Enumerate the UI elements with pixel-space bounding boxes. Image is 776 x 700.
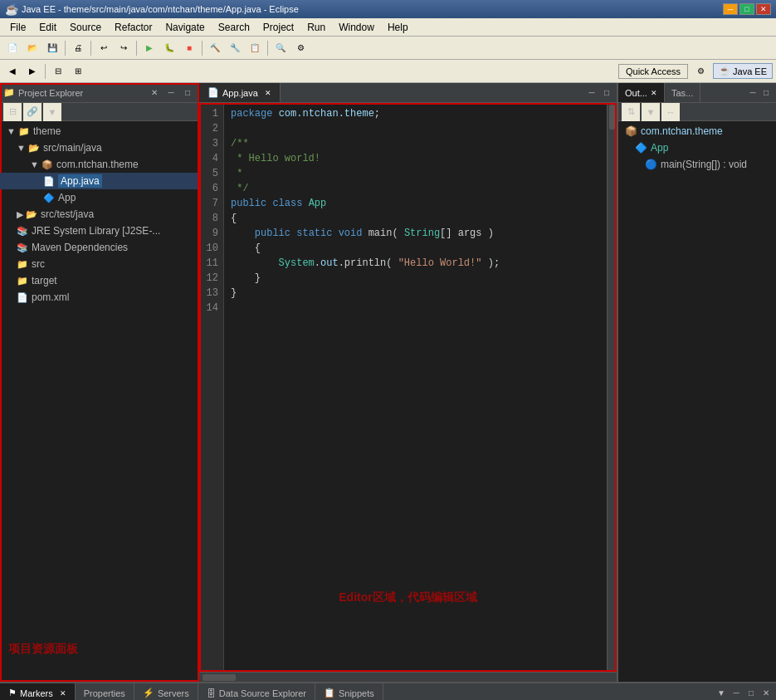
menu-source[interactable]: Source (63, 18, 108, 36)
project-explorer-max-btn[interactable]: □ (181, 86, 194, 100)
tasks-tab[interactable]: Tas... (665, 83, 700, 102)
pe-collapse-btn[interactable]: ⊟ (3, 103, 22, 121)
outline-sort-btn[interactable]: ⇅ (622, 103, 640, 121)
toolbar2-fwd-btn[interactable]: ▶ (23, 62, 41, 81)
outline-min-btn[interactable]: ─ (746, 86, 759, 100)
toolbar-run-btn[interactable]: ▶ (140, 39, 159, 57)
editor-tab-close-icon[interactable]: ✕ (265, 89, 271, 97)
bottom-close-btn[interactable]: ✕ (759, 687, 773, 700)
toolbar-misc3[interactable]: 📋 (246, 39, 264, 57)
project-explorer-min-btn[interactable]: ─ (164, 86, 178, 100)
outline-filter-btn[interactable]: ▼ (642, 103, 660, 121)
tree-item-src-main[interactable]: ▼ 📂 src/main/java (0, 140, 198, 156)
editor-scrollbar-vertical[interactable] (607, 103, 617, 672)
outline-item-main[interactable]: 🔵 main(String[]) : void (618, 156, 776, 173)
bottom-min-btn[interactable]: ─ (730, 687, 743, 700)
bottom-max-btn[interactable]: □ (744, 687, 758, 700)
perspective-button[interactable]: ☕ Java EE (713, 63, 773, 79)
quick-access-button[interactable]: Quick Access (618, 64, 688, 79)
minimize-button[interactable]: ─ (723, 3, 738, 15)
properties-tab[interactable]: Properties (76, 683, 134, 700)
outline-icon-package: 📦 (625, 125, 637, 137)
outline-label-app: App (651, 142, 668, 154)
toolbar-misc2[interactable]: 🔧 (226, 39, 244, 57)
toolbar-undo-btn[interactable]: ↩ (95, 39, 113, 57)
tree-item-app[interactable]: 🔷 App (0, 189, 198, 206)
tree-item-src[interactable]: 📁 src (0, 256, 198, 272)
menu-window[interactable]: Window (332, 18, 381, 36)
maximize-button[interactable]: □ (739, 3, 754, 15)
snippets-tab[interactable]: 📋 Snippets (315, 683, 383, 700)
menu-file[interactable]: File (3, 18, 32, 36)
main-area: 📁 Project Explorer ✕ ─ □ ⊟ 🔗 ▼ ▼ 📁 theme… (0, 83, 776, 682)
project-explorer-icon: 📁 (3, 87, 15, 98)
outline-tab[interactable]: Out... ✕ (618, 83, 665, 102)
close-button[interactable]: ✕ (756, 3, 771, 15)
code-editor[interactable]: 1 2 3 4 5 6 7 8 9 10 11 12 13 14 package… (199, 103, 617, 672)
toolbar-stop-btn[interactable]: ■ (180, 39, 198, 57)
menu-run[interactable]: Run (300, 18, 332, 36)
editor-tab-icon: 📄 (207, 87, 219, 98)
snippets-tab-label: Snippets (339, 688, 374, 698)
editor-scrollbar-horizontal[interactable] (199, 672, 617, 682)
tree-icon-app: 🔷 (43, 193, 55, 203)
toolbar-misc1[interactable]: 🔨 (206, 39, 224, 57)
toolbar-misc5[interactable]: ⚙ (291, 39, 310, 57)
outline-tab-bar: Out... ✕ Tas... ─ □ (618, 83, 776, 103)
tree-item-pom[interactable]: 📄 pom.xml (0, 289, 198, 306)
menu-project[interactable]: Project (256, 18, 300, 36)
toolbar-misc4[interactable]: 🔍 (271, 39, 290, 57)
outline-item-package[interactable]: 📦 com.ntchan.theme (618, 123, 776, 140)
project-explorer-title: Project Explorer (18, 88, 83, 98)
outline-max-btn[interactable]: □ (759, 86, 773, 100)
outline-sync-btn[interactable]: ↔ (661, 103, 680, 121)
outline-label-package: com.ntchan.theme (641, 125, 723, 137)
markers-tab[interactable]: ⚑ Markers ✕ (0, 683, 76, 700)
outline-tree: 📦 com.ntchan.theme 🔷 App 🔵 main(String[]… (618, 121, 776, 682)
toolbar-save-btn[interactable]: 💾 (43, 39, 61, 57)
tree-icon-target: 📁 (17, 276, 28, 286)
tree-item-maven[interactable]: 📚 Maven Dependencies (0, 239, 198, 256)
outline-item-app[interactable]: 🔷 App (618, 140, 776, 156)
menu-search[interactable]: Search (212, 18, 256, 36)
outline-tab-close[interactable]: ✕ (651, 89, 657, 97)
toolbar-redo-btn[interactable]: ↪ (115, 39, 133, 57)
code-content[interactable]: package com.ntchan.theme; /** * Hello wo… (224, 103, 607, 672)
tree-icon-pom: 📄 (17, 292, 28, 303)
toolbar-open-btn[interactable]: 📂 (23, 39, 41, 57)
toolbar2-back-btn[interactable]: ◀ (3, 62, 22, 81)
toolbar-debug-btn[interactable]: 🐛 (160, 39, 178, 57)
tree-item-target[interactable]: 📁 target (0, 272, 198, 289)
pe-link-btn[interactable]: 🔗 (23, 103, 41, 121)
tree-item-appjava[interactable]: 📄 App.java (0, 173, 198, 189)
toolbar2-misc2[interactable]: ⊞ (69, 62, 87, 81)
datasource-tab[interactable]: 🗄 Data Source Explorer (198, 683, 315, 700)
markers-tab-close[interactable]: ✕ (60, 689, 66, 698)
toolbar-new-btn[interactable]: 📄 (3, 39, 22, 57)
editor-max-btn[interactable]: □ (600, 86, 613, 100)
outline-tab-label: Out... (625, 88, 647, 98)
tree-label-target: target (32, 275, 57, 286)
tree-item-package[interactable]: ▼ 📦 com.ntchan.theme (0, 156, 198, 173)
pe-filter-btn[interactable]: ▼ (43, 103, 61, 121)
editor-tab-appjava[interactable]: 📄 App.java ✕ (199, 83, 281, 102)
toolbar-print-btn[interactable]: 🖨 (69, 39, 87, 57)
servers-tab[interactable]: ⚡ Servers (134, 683, 198, 700)
toolbar2-misc1[interactable]: ⊟ (49, 62, 67, 81)
bottom-menu-btn[interactable]: ▼ (715, 687, 728, 700)
menu-navigate[interactable]: Navigate (159, 18, 211, 36)
menu-edit[interactable]: Edit (32, 18, 63, 36)
tree-icon-maven: 📚 (17, 242, 28, 253)
menu-refactor[interactable]: Refactor (108, 18, 159, 36)
tree-item-theme[interactable]: ▼ 📁 theme (0, 123, 198, 140)
toolbar2-settings-icon[interactable]: ⚙ (691, 62, 710, 81)
project-explorer-close-btn[interactable]: ✕ (148, 86, 161, 100)
menu-help[interactable]: Help (381, 18, 415, 36)
editor-header-buttons: ─ □ (585, 86, 617, 100)
servers-tab-icon: ⚡ (143, 688, 154, 698)
project-explorer-title-area: 📁 Project Explorer (3, 87, 144, 98)
editor-min-btn[interactable]: ─ (585, 86, 598, 100)
tree-item-jre[interactable]: 📚 JRE System Library [J2SE-... (0, 223, 198, 239)
toolbar2-left: ◀ ▶ ⊟ ⊞ (3, 62, 87, 81)
tree-item-src-test[interactable]: ▶ 📂 src/test/java (0, 206, 198, 223)
